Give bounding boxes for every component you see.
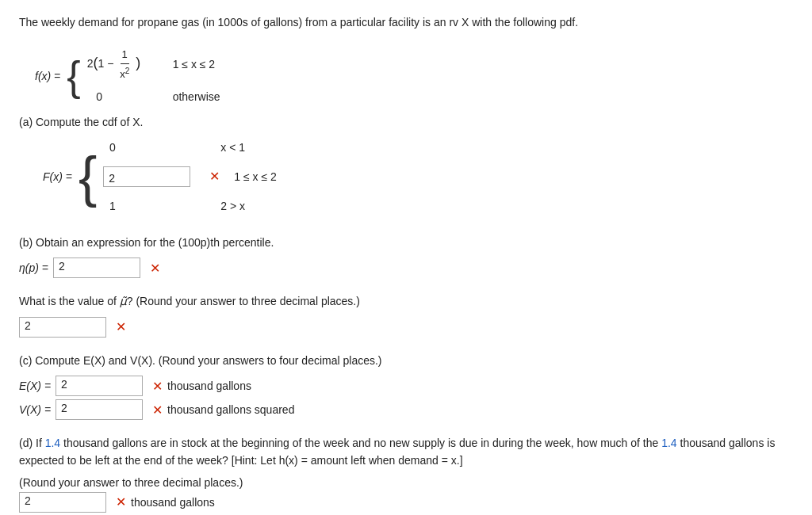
part-d-pre: (d) If xyxy=(19,437,45,449)
mu-tilde-wrong-icon: ✕ xyxy=(116,319,126,334)
part-d-highlight2: 1.4 xyxy=(661,437,676,449)
part-a-label: (a) Compute the cdf of X. xyxy=(19,113,793,131)
case-row-2: 0 otherwise xyxy=(87,87,220,107)
cdf-case-cond-3: 2 > x xyxy=(220,196,245,216)
cdf-wrong-icon: ✕ xyxy=(209,166,220,189)
part-c: (c) Compute E(X) and V(X). (Round your a… xyxy=(19,352,793,420)
part-b2: What is the value of μ̃? (Round your ans… xyxy=(19,292,793,337)
ex-input[interactable]: 2 xyxy=(56,376,143,396)
ex-lhs: E(X) = xyxy=(19,380,51,392)
ex-row: E(X) = 2 ✕ thousand gallons xyxy=(19,376,793,396)
case-expr-2: 0 xyxy=(87,87,159,107)
cdf-case-expr-3: 1 xyxy=(103,196,206,216)
part-d-sub-label: (Round your answer to three decimal plac… xyxy=(19,476,793,489)
pdf-cases: 2(1 − 1 x2 ) 1 ≤ x ≤ 2 0 otherwise xyxy=(87,45,220,107)
mu-tilde-input[interactable]: 2 xyxy=(19,317,106,338)
cdf-case-row-2: 2 ✕ 1 ≤ x ≤ 2 xyxy=(103,166,277,189)
eta-lhs: η(p) = xyxy=(19,261,48,274)
cdf-cases: 0 x < 1 2 ✕ 1 ≤ x ≤ 2 1 2 > x xyxy=(103,138,277,216)
cdf-case-expr-1: 0 xyxy=(103,138,206,158)
pdf-lhs: f(x) = xyxy=(35,70,60,82)
part-b2-answer-row: 2 ✕ xyxy=(19,317,793,338)
case-row-1: 2(1 − 1 x2 ) 1 ≤ x ≤ 2 xyxy=(87,45,220,84)
part-d-unit: thousand gallons xyxy=(131,496,215,509)
part-d: (d) If 1.4 thousand gallons are in stock… xyxy=(19,434,793,513)
vx-unit: thousand gallons squared xyxy=(167,403,294,416)
case-cond-2: otherwise xyxy=(173,87,220,107)
part-b2-label: What is the value of μ̃? (Round your ans… xyxy=(19,292,793,310)
vx-input[interactable]: 2 xyxy=(56,399,143,420)
ex-unit: thousand gallons xyxy=(167,380,251,392)
cdf-left-brace-icon: { xyxy=(79,138,97,216)
vx-wrong-icon: ✕ xyxy=(152,402,163,418)
part-d-input[interactable]: 2 xyxy=(19,492,106,513)
cdf-case-cond-1: x < 1 xyxy=(220,138,245,158)
part-b-label: (b) Obtain an expression for the (100p)t… xyxy=(19,234,793,251)
cdf-definition: F(x) = { 0 x < 1 2 ✕ 1 ≤ x ≤ 2 1 2 > x xyxy=(43,138,793,216)
part-c-label: (c) Compute E(X) and V(X). (Round your a… xyxy=(19,352,793,369)
eta-answer-input[interactable]: 2 xyxy=(53,258,140,278)
cdf-case-row-1: 0 x < 1 xyxy=(103,138,277,158)
cdf-brace: { 0 x < 1 2 ✕ 1 ≤ x ≤ 2 1 2 > x xyxy=(79,138,277,216)
vx-row: V(X) = 2 ✕ thousand gallons squared xyxy=(19,399,793,420)
intro-text: The weekly demand for propane gas (in 10… xyxy=(19,14,793,31)
cdf-answer-input[interactable]: 2 xyxy=(103,166,190,187)
cdf-case-row-3: 1 2 > x xyxy=(103,196,277,216)
left-brace-icon: { xyxy=(67,45,80,107)
cdf-case-cond-2: 1 ≤ x ≤ 2 xyxy=(234,167,277,187)
part-a: (a) Compute the cdf of X. F(x) = { 0 x <… xyxy=(19,113,793,216)
case-expr-1: 2(1 − 1 x2 ) xyxy=(87,45,159,84)
case-cond-1: 1 ≤ x ≤ 2 xyxy=(173,55,216,74)
part-d-wrong-icon: ✕ xyxy=(116,494,126,509)
fraction-1: 1 x2 xyxy=(118,45,131,84)
part-d-mid1: thousand gallons are in stock at the beg… xyxy=(60,437,661,449)
pdf-definition: f(x) = { 2(1 − 1 x2 ) 1 ≤ x ≤ 2 0 otherw… xyxy=(35,45,793,107)
eta-wrong-icon: ✕ xyxy=(150,261,160,276)
part-b: (b) Obtain an expression for the (100p)t… xyxy=(19,234,793,278)
part-d-highlight1: 1.4 xyxy=(45,437,60,449)
part-b-answer-row: η(p) = 2 ✕ xyxy=(19,258,793,278)
vx-lhs: V(X) = xyxy=(19,403,51,416)
ex-wrong-icon: ✕ xyxy=(152,379,163,394)
part-d-text: (d) If 1.4 thousand gallons are in stock… xyxy=(19,434,793,470)
pdf-brace: { 2(1 − 1 x2 ) 1 ≤ x ≤ 2 0 otherwise xyxy=(67,45,220,107)
cdf-lhs: F(x) = xyxy=(43,170,72,183)
part-d-answer-row: 2 ✕ thousand gallons xyxy=(19,492,793,513)
